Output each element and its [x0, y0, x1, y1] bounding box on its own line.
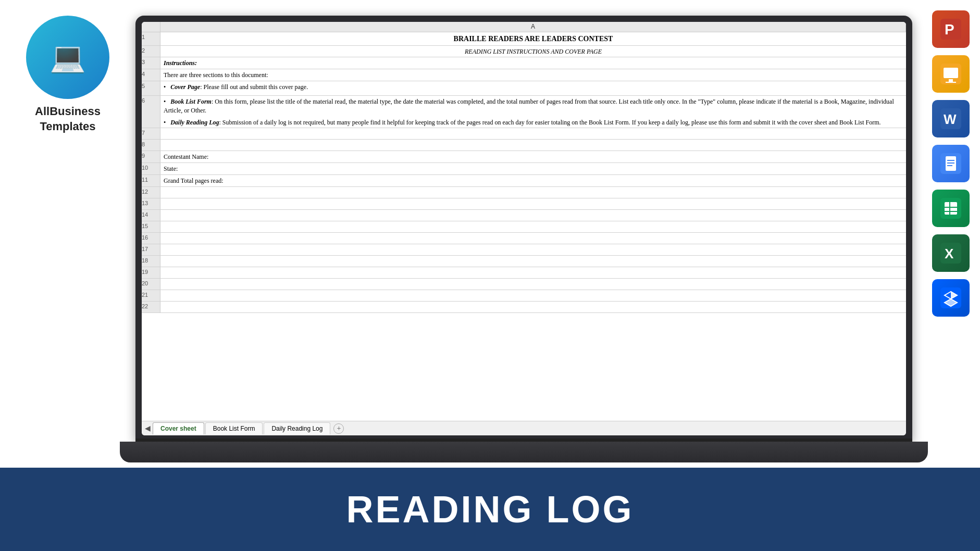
col-header-row: A: [142, 22, 906, 32]
row-num: 15: [142, 221, 160, 232]
row-num: 13: [142, 198, 160, 209]
state-label: State:: [164, 165, 903, 173]
bullet-2-text: • Book List Form: On this form, please l…: [164, 97, 903, 115]
table-row: 16: [142, 233, 906, 244]
cell-9: Contestant Name:: [160, 151, 906, 162]
row-num: 20: [142, 279, 160, 290]
brand-name: AllBusiness Templates: [35, 104, 101, 134]
tab-nav-left[interactable]: ◀: [145, 424, 151, 433]
svg-text:P: P: [945, 21, 954, 37]
laptop-icon: 💻: [49, 40, 86, 74]
svg-rect-11: [947, 162, 954, 164]
row-num: 18: [142, 256, 160, 267]
add-sheet-button[interactable]: +: [333, 423, 344, 434]
cell-2: READING LIST INSTRUCTIONS AND COVER PAGE: [160, 46, 906, 57]
svg-text:X: X: [945, 246, 954, 261]
logo-area: 💻 AllBusiness Templates: [16, 16, 120, 134]
row-num-header: [142, 22, 160, 32]
svg-rect-14: [945, 202, 957, 215]
cell-11: Grand Total pages read:: [160, 175, 906, 186]
row-num: 3: [142, 57, 160, 69]
title-sub: READING LIST INSTRUCTIONS AND COVER PAGE: [164, 47, 903, 56]
sheets-icon[interactable]: [932, 190, 970, 227]
row-num: 2: [142, 46, 160, 57]
row-num: 1: [142, 32, 160, 45]
cell-6: • Book List Form: On this form, please l…: [160, 96, 906, 128]
row-num: 10: [142, 163, 160, 174]
row-num: 12: [142, 187, 160, 198]
row-num: 19: [142, 267, 160, 278]
row-num: 9: [142, 151, 160, 162]
laptop-body: A 1 BRAILLE READERS ARE LEADERS CONTEST …: [135, 16, 912, 442]
row-num: 5: [142, 81, 160, 95]
table-row: 4 There are three sections to this docum…: [142, 69, 906, 81]
table-row: 15: [142, 221, 906, 233]
table-row: 18: [142, 256, 906, 267]
row-num: 17: [142, 244, 160, 255]
table-row: 8: [142, 140, 906, 151]
table-row: 9 Contestant Name:: [142, 151, 906, 163]
table-row: 22: [142, 302, 906, 313]
row-num: 21: [142, 290, 160, 301]
bottom-banner: READING LOG: [0, 468, 980, 551]
svg-rect-4: [949, 79, 953, 82]
instructions-label: Instructions:: [164, 59, 903, 68]
tab-book-list-form[interactable]: Book List Form: [205, 422, 263, 434]
table-row: 17: [142, 244, 906, 256]
laptop-base: [120, 442, 928, 462]
app-icons-panel: P W X: [932, 10, 970, 317]
svg-rect-3: [944, 68, 958, 78]
tab-daily-reading-log[interactable]: Daily Reading Log: [264, 422, 330, 434]
cell-4: There are three sections to this documen…: [160, 69, 906, 81]
slides-icon[interactable]: [932, 55, 970, 93]
bullet-3-text: • Daily Reading Log: Submission of a dai…: [164, 118, 903, 127]
contestant-name-label: Contestant Name:: [164, 153, 903, 161]
word-icon[interactable]: W: [932, 100, 970, 137]
cell-7: [160, 128, 906, 139]
cell-5: • Cover Page: Please fill out and submit…: [160, 81, 906, 95]
grand-total-label: Grand Total pages read:: [164, 177, 903, 185]
docs-icon[interactable]: [932, 145, 970, 182]
cell-3: Instructions:: [160, 57, 906, 69]
cell-10: State:: [160, 163, 906, 174]
section-count-text: There are three sections to this documen…: [164, 71, 903, 80]
cell-8: [160, 140, 906, 151]
sheet-tabs: ◀ Cover sheet Book List Form Daily Readi…: [142, 421, 906, 435]
spreadsheet-rows: 1 BRAILLE READERS ARE LEADERS CONTEST 2 …: [142, 32, 906, 421]
logo-circle: 💻: [26, 16, 109, 99]
row-num: 22: [142, 302, 160, 312]
svg-rect-5: [946, 82, 956, 83]
powerpoint-icon[interactable]: P: [932, 10, 970, 48]
bottom-banner-text: READING LOG: [346, 488, 634, 531]
spreadsheet: A 1 BRAILLE READERS ARE LEADERS CONTEST …: [142, 22, 906, 435]
dropbox-icon[interactable]: [932, 279, 970, 317]
cell-1: BRAILLE READERS ARE LEADERS CONTEST: [160, 32, 906, 45]
svg-text:W: W: [944, 111, 957, 127]
col-a-header: A: [160, 22, 906, 32]
row-num: 14: [142, 210, 160, 221]
table-row: 20: [142, 279, 906, 290]
table-row: 3 Instructions:: [142, 57, 906, 69]
tab-cover-sheet[interactable]: Cover sheet: [153, 422, 204, 434]
row-num: 6: [142, 96, 160, 128]
svg-rect-12: [947, 165, 952, 166]
table-row: 19: [142, 267, 906, 279]
table-row: 10 State:: [142, 163, 906, 175]
svg-rect-10: [947, 160, 954, 161]
table-row: 12: [142, 187, 906, 198]
table-row: 14: [142, 210, 906, 221]
table-row: 13: [142, 198, 906, 210]
excel-icon[interactable]: X: [932, 234, 970, 272]
table-row: 2 READING LIST INSTRUCTIONS AND COVER PA…: [142, 46, 906, 58]
row-num: 11: [142, 175, 160, 186]
row-num: 7: [142, 128, 160, 139]
table-row: 21: [142, 290, 906, 302]
laptop-screen: A 1 BRAILLE READERS ARE LEADERS CONTEST …: [142, 22, 906, 435]
table-row: 6 • Book List Form: On this form, please…: [142, 96, 906, 128]
table-row: 7: [142, 128, 906, 140]
table-row: 5 • Cover Page: Please fill out and subm…: [142, 81, 906, 96]
table-row: 11 Grand Total pages read:: [142, 175, 906, 187]
title-main: BRAILLE READERS ARE LEADERS CONTEST: [164, 34, 903, 44]
laptop: A 1 BRAILLE READERS ARE LEADERS CONTEST …: [135, 16, 912, 462]
row-num: 8: [142, 140, 160, 151]
